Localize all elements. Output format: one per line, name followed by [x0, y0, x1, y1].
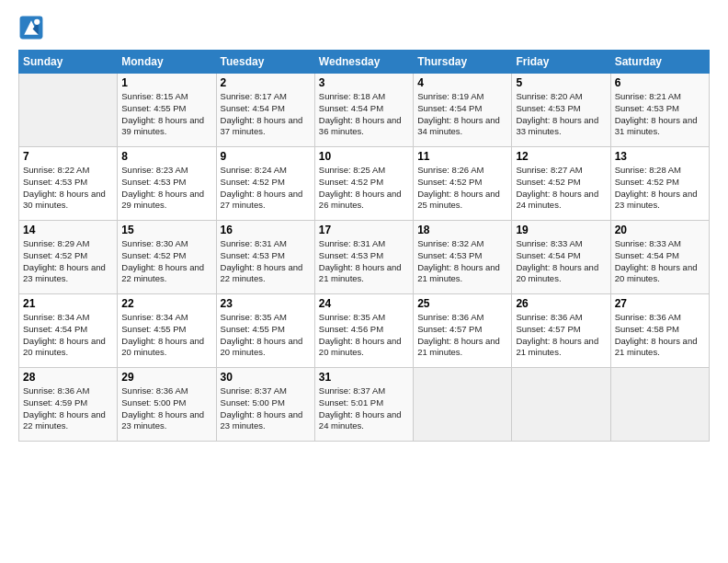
- day-info: Sunrise: 8:24 AMSunset: 4:52 PMDaylight:…: [221, 165, 311, 212]
- days-header-row: SundayMondayTuesdayWednesdayThursdayFrid…: [19, 51, 710, 74]
- day-number: 8: [121, 150, 211, 163]
- day-info: Sunrise: 8:33 AMSunset: 4:54 PMDaylight:…: [516, 238, 606, 285]
- calendar-cell: 28Sunrise: 8:36 AMSunset: 4:59 PMDayligh…: [19, 368, 118, 442]
- day-info: Sunrise: 8:15 AMSunset: 4:55 PMDaylight:…: [121, 91, 211, 138]
- day-info: Sunrise: 8:22 AMSunset: 4:53 PMDaylight:…: [23, 165, 113, 212]
- day-number: 31: [319, 371, 409, 384]
- day-info: Sunrise: 8:34 AMSunset: 4:54 PMDaylight:…: [23, 312, 113, 359]
- day-info: Sunrise: 8:19 AMSunset: 4:54 PMDaylight:…: [417, 91, 507, 138]
- day-info: Sunrise: 8:32 AMSunset: 4:53 PMDaylight:…: [417, 238, 507, 285]
- calendar-cell: 23Sunrise: 8:35 AMSunset: 4:55 PMDayligh…: [216, 294, 314, 368]
- day-number: 14: [23, 224, 113, 236]
- day-number: 5: [516, 76, 606, 89]
- calendar-cell: [19, 74, 118, 147]
- day-header-tuesday: Tuesday: [216, 51, 314, 74]
- calendar-cell: 16Sunrise: 8:31 AMSunset: 4:53 PMDayligh…: [216, 221, 314, 294]
- day-number: 11: [417, 150, 507, 163]
- day-info: Sunrise: 8:36 AMSunset: 4:59 PMDaylight:…: [23, 385, 113, 432]
- day-number: 28: [23, 371, 113, 384]
- day-number: 18: [417, 224, 507, 236]
- day-header-saturday: Saturday: [610, 51, 709, 74]
- calendar-cell: 27Sunrise: 8:36 AMSunset: 4:58 PMDayligh…: [610, 294, 709, 368]
- day-info: Sunrise: 8:20 AMSunset: 4:53 PMDaylight:…: [516, 91, 606, 138]
- day-number: 20: [615, 224, 705, 236]
- day-number: 17: [319, 224, 409, 236]
- calendar-cell: 29Sunrise: 8:36 AMSunset: 5:00 PMDayligh…: [118, 368, 216, 442]
- day-number: 29: [121, 371, 211, 384]
- day-number: 25: [417, 297, 507, 310]
- calendar-cell: 6Sunrise: 8:21 AMSunset: 4:53 PMDaylight…: [610, 74, 709, 147]
- day-info: Sunrise: 8:34 AMSunset: 4:55 PMDaylight:…: [121, 312, 211, 359]
- day-number: 6: [615, 76, 705, 89]
- day-info: Sunrise: 8:37 AMSunset: 5:00 PMDaylight:…: [221, 385, 311, 432]
- calendar-cell: 12Sunrise: 8:27 AMSunset: 4:52 PMDayligh…: [512, 147, 610, 221]
- header: [18, 15, 710, 40]
- calendar-cell: 19Sunrise: 8:33 AMSunset: 4:54 PMDayligh…: [512, 221, 610, 294]
- day-info: Sunrise: 8:28 AMSunset: 4:52 PMDaylight:…: [615, 165, 705, 212]
- day-number: 27: [615, 297, 705, 310]
- day-number: 12: [516, 150, 606, 163]
- day-number: 7: [23, 150, 113, 163]
- logo-icon: [18, 15, 44, 40]
- day-number: 22: [121, 297, 211, 310]
- day-info: Sunrise: 8:36 AMSunset: 5:00 PMDaylight:…: [121, 385, 211, 432]
- day-number: 23: [221, 297, 311, 310]
- day-info: Sunrise: 8:26 AMSunset: 4:52 PMDaylight:…: [417, 165, 507, 212]
- day-info: Sunrise: 8:18 AMSunset: 4:54 PMDaylight:…: [319, 91, 409, 138]
- week-row-4: 21Sunrise: 8:34 AMSunset: 4:54 PMDayligh…: [19, 294, 710, 368]
- day-info: Sunrise: 8:37 AMSunset: 5:01 PMDaylight:…: [319, 385, 409, 432]
- calendar-cell: 17Sunrise: 8:31 AMSunset: 4:53 PMDayligh…: [314, 221, 413, 294]
- day-number: 24: [319, 297, 409, 310]
- day-number: 16: [221, 224, 311, 236]
- day-number: 3: [319, 76, 409, 89]
- day-info: Sunrise: 8:27 AMSunset: 4:52 PMDaylight:…: [516, 165, 606, 212]
- week-row-3: 14Sunrise: 8:29 AMSunset: 4:52 PMDayligh…: [19, 221, 710, 294]
- day-header-monday: Monday: [118, 51, 216, 74]
- calendar-cell: 7Sunrise: 8:22 AMSunset: 4:53 PMDaylight…: [19, 147, 118, 221]
- day-header-wednesday: Wednesday: [314, 51, 413, 74]
- calendar-cell: 8Sunrise: 8:23 AMSunset: 4:53 PMDaylight…: [118, 147, 216, 221]
- svg-point-3: [34, 19, 40, 25]
- calendar-cell: [610, 368, 709, 442]
- calendar-table: SundayMondayTuesdayWednesdayThursdayFrid…: [18, 50, 710, 442]
- day-number: 30: [221, 371, 311, 384]
- calendar-cell: 24Sunrise: 8:35 AMSunset: 4:56 PMDayligh…: [314, 294, 413, 368]
- day-header-thursday: Thursday: [414, 51, 512, 74]
- calendar-cell: 3Sunrise: 8:18 AMSunset: 4:54 PMDaylight…: [314, 74, 413, 147]
- day-header-friday: Friday: [512, 51, 610, 74]
- day-number: 21: [23, 297, 113, 310]
- calendar-cell: [512, 368, 610, 442]
- day-number: 2: [221, 76, 311, 89]
- calendar-cell: 9Sunrise: 8:24 AMSunset: 4:52 PMDaylight…: [216, 147, 314, 221]
- calendar-cell: 10Sunrise: 8:25 AMSunset: 4:52 PMDayligh…: [314, 147, 413, 221]
- day-info: Sunrise: 8:35 AMSunset: 4:56 PMDaylight:…: [319, 312, 409, 359]
- day-info: Sunrise: 8:17 AMSunset: 4:54 PMDaylight:…: [221, 91, 311, 138]
- calendar-cell: 13Sunrise: 8:28 AMSunset: 4:52 PMDayligh…: [610, 147, 709, 221]
- day-number: 15: [121, 224, 211, 236]
- calendar-cell: 15Sunrise: 8:30 AMSunset: 4:52 PMDayligh…: [118, 221, 216, 294]
- day-info: Sunrise: 8:21 AMSunset: 4:53 PMDaylight:…: [615, 91, 705, 138]
- week-row-1: 1Sunrise: 8:15 AMSunset: 4:55 PMDaylight…: [19, 74, 710, 147]
- day-info: Sunrise: 8:35 AMSunset: 4:55 PMDaylight:…: [221, 312, 311, 359]
- day-number: 13: [615, 150, 705, 163]
- calendar-cell: 25Sunrise: 8:36 AMSunset: 4:57 PMDayligh…: [414, 294, 512, 368]
- calendar-cell: 22Sunrise: 8:34 AMSunset: 4:55 PMDayligh…: [118, 294, 216, 368]
- day-number: 10: [319, 150, 409, 163]
- calendar-cell: 20Sunrise: 8:33 AMSunset: 4:54 PMDayligh…: [610, 221, 709, 294]
- week-row-5: 28Sunrise: 8:36 AMSunset: 4:59 PMDayligh…: [19, 368, 710, 442]
- calendar-cell: 30Sunrise: 8:37 AMSunset: 5:00 PMDayligh…: [216, 368, 314, 442]
- calendar-cell: 26Sunrise: 8:36 AMSunset: 4:57 PMDayligh…: [512, 294, 610, 368]
- calendar-cell: [414, 368, 512, 442]
- day-info: Sunrise: 8:23 AMSunset: 4:53 PMDaylight:…: [121, 165, 211, 212]
- logo: [18, 15, 48, 40]
- day-info: Sunrise: 8:31 AMSunset: 4:53 PMDaylight:…: [319, 238, 409, 285]
- calendar-cell: 1Sunrise: 8:15 AMSunset: 4:55 PMDaylight…: [118, 74, 216, 147]
- day-info: Sunrise: 8:33 AMSunset: 4:54 PMDaylight:…: [615, 238, 705, 285]
- week-row-2: 7Sunrise: 8:22 AMSunset: 4:53 PMDaylight…: [19, 147, 710, 221]
- calendar-cell: 2Sunrise: 8:17 AMSunset: 4:54 PMDaylight…: [216, 74, 314, 147]
- calendar-container: SundayMondayTuesdayWednesdayThursdayFrid…: [0, 0, 728, 451]
- day-number: 9: [221, 150, 311, 163]
- day-info: Sunrise: 8:25 AMSunset: 4:52 PMDaylight:…: [319, 165, 409, 212]
- day-info: Sunrise: 8:36 AMSunset: 4:57 PMDaylight:…: [516, 312, 606, 359]
- day-info: Sunrise: 8:31 AMSunset: 4:53 PMDaylight:…: [221, 238, 311, 285]
